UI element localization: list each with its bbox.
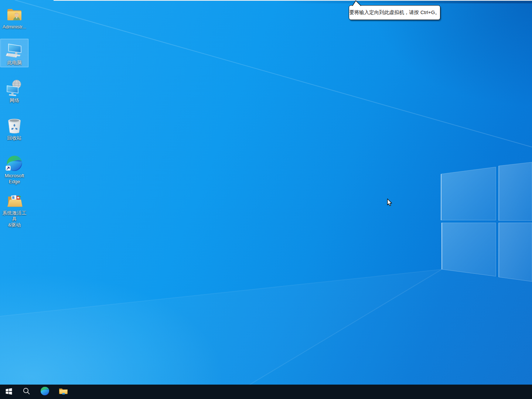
desktop-icon-system-activation-tools[interactable]: 系统激活工具 &驱动 <box>0 189 28 229</box>
desktop-icon-microsoft-edge[interactable]: Microsoft Edge <box>0 152 28 186</box>
search-icon <box>23 387 31 397</box>
taskbar-file-explorer-button[interactable] <box>54 385 72 399</box>
start-button[interactable] <box>0 385 18 399</box>
desktop-icon-label: 系统激活工具 &驱动 <box>1 210 28 229</box>
recycle-bin-icon <box>6 117 23 134</box>
computer-icon <box>6 41 23 59</box>
desktop-icon-administrator[interactable]: Administr... <box>0 3 28 31</box>
top-shadow <box>0 1 532 3</box>
activation-tools-folder-icon <box>6 192 23 209</box>
desktop-icon-label: 此电脑 <box>1 60 28 67</box>
vm-tooltip-text: 要将输入定向到此虚拟机，请按 Ctrl+G。 <box>349 9 440 16</box>
edge-icon <box>40 386 50 398</box>
desktop-icon-network[interactable]: 网络 <box>0 76 28 105</box>
user-folder-icon <box>6 6 23 23</box>
taskbar-edge-button[interactable] <box>35 385 54 399</box>
search-button[interactable] <box>18 385 35 399</box>
desktop-wallpaper[interactable] <box>0 0 532 385</box>
desktop-icon-recycle-bin[interactable]: 回收站 <box>0 114 28 143</box>
desktop-icon-label: Administr... <box>1 24 28 31</box>
desktop-icon-label: 网络 <box>1 98 28 105</box>
desktop-icon-label: Microsoft Edge <box>1 173 28 186</box>
vm-tooltip-tail <box>352 0 363 6</box>
desktop-icon-label: 回收站 <box>1 135 28 142</box>
file-explorer-icon <box>58 386 68 398</box>
windows-logo-wallpaper-art <box>0 0 532 385</box>
mouse-cursor <box>387 198 392 206</box>
vm-input-tooltip: 要将输入定向到此虚拟机，请按 Ctrl+G。 <box>349 5 440 20</box>
desktop-icon-this-pc[interactable]: 此电脑 <box>0 39 28 67</box>
edge-icon <box>6 154 23 172</box>
taskbar <box>0 385 532 399</box>
network-icon <box>6 79 23 97</box>
shortcut-arrow-icon <box>6 166 11 172</box>
windows-start-icon <box>5 387 13 397</box>
